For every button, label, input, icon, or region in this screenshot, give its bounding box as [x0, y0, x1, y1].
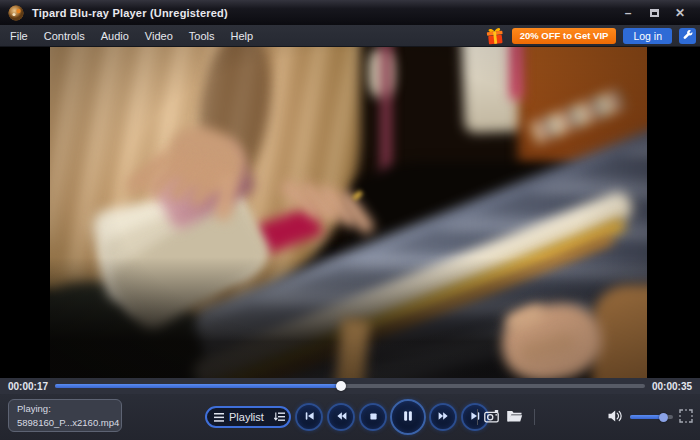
fullscreen-button[interactable] — [675, 406, 697, 428]
stop-icon — [368, 410, 379, 425]
current-time: 00:00:17 — [8, 381, 48, 392]
volume-thumb[interactable] — [659, 413, 668, 422]
app-logo-icon — [8, 5, 25, 21]
fast-backward-icon — [335, 410, 348, 425]
menubar: File Controls Audio Video Tools Help 20%… — [0, 25, 700, 47]
volume-button[interactable] — [604, 406, 626, 428]
menu-help[interactable]: Help — [230, 30, 253, 42]
maximize-button[interactable] — [646, 6, 662, 20]
open-file-button[interactable] — [503, 406, 525, 428]
hamburger-icon — [214, 408, 224, 426]
volume-slider[interactable] — [630, 415, 673, 419]
folder-icon — [506, 409, 523, 426]
now-playing-box: Playing: 5898160_P...x2160.mp4 — [8, 399, 122, 432]
skip-forward-icon — [469, 410, 482, 425]
now-playing-label: Playing: — [17, 402, 113, 416]
rewind-button[interactable] — [327, 403, 355, 431]
menu-tools[interactable]: Tools — [189, 30, 215, 42]
skip-back-icon — [303, 410, 316, 425]
menu-audio[interactable]: Audio — [101, 30, 129, 42]
fast-forward-icon — [437, 410, 450, 425]
forward-button[interactable] — [429, 403, 457, 431]
menubar-right: 20% OFF to Get VIP Log in — [485, 25, 700, 46]
maximize-icon — [650, 9, 659, 17]
minimize-button[interactable]: – — [620, 6, 636, 20]
gift-icon[interactable] — [484, 25, 506, 47]
progress-row: 00:00:17 00:00:35 — [0, 378, 700, 394]
photo-shape — [50, 47, 647, 378]
login-button[interactable]: Log in — [623, 28, 672, 44]
play-order-icon[interactable] — [274, 408, 285, 426]
video-area[interactable] — [0, 47, 700, 378]
playlist-button[interactable]: Playlist — [205, 406, 291, 428]
wrench-icon — [682, 28, 693, 43]
close-button[interactable]: ✕ — [672, 6, 688, 20]
seek-thumb[interactable] — [336, 381, 346, 391]
video-frame — [50, 47, 647, 378]
titlebar: Tipard Blu-ray Player (Unregistered) – ✕ — [0, 0, 700, 25]
seek-fill — [55, 384, 341, 388]
menu-controls[interactable]: Controls — [44, 30, 85, 42]
menu-file[interactable]: File — [10, 30, 28, 42]
playlist-label: Playlist — [229, 411, 264, 423]
total-time: 00:00:35 — [652, 381, 692, 392]
speaker-icon — [607, 409, 623, 426]
divider — [534, 409, 535, 425]
camera-icon — [484, 409, 501, 426]
pause-button[interactable] — [390, 399, 426, 435]
control-bar: Playing: 5898160_P...x2160.mp4 Playlist — [0, 394, 700, 440]
snapshot-button[interactable] — [481, 406, 503, 428]
vip-offer-button[interactable]: 20% OFF to Get VIP — [512, 28, 617, 44]
volume-fill — [630, 415, 664, 419]
previous-button[interactable] — [295, 403, 323, 431]
window-title: Tipard Blu-ray Player (Unregistered) — [32, 7, 228, 19]
seek-bar[interactable] — [55, 384, 645, 388]
window-controls: – ✕ — [620, 6, 692, 20]
app-window: Tipard Blu-ray Player (Unregistered) – ✕… — [0, 0, 700, 440]
stop-button[interactable] — [359, 403, 387, 431]
now-playing-file: 5898160_P...x2160.mp4 — [17, 416, 113, 430]
preferences-button[interactable] — [679, 28, 696, 44]
divider — [477, 409, 478, 425]
expand-icon — [679, 409, 693, 426]
menu-video[interactable]: Video — [145, 30, 173, 42]
pause-icon — [401, 409, 415, 426]
